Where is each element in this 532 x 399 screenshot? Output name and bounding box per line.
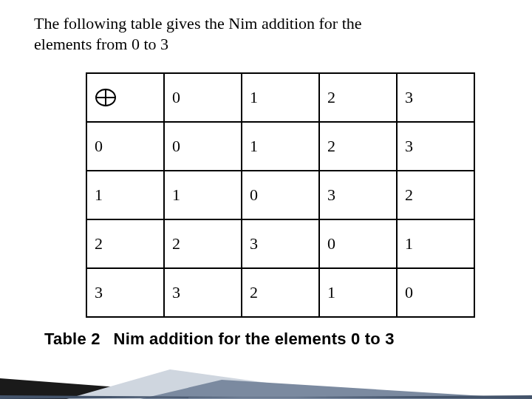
nim-addition-table: 0 1 2 3 0 0 1 2 3 1 1 0 3 2 2 2 3 0 1 3: [86, 72, 475, 318]
slide-decoration: [0, 355, 532, 399]
col-header: 2: [319, 73, 397, 122]
col-header: 1: [242, 73, 319, 122]
caption-label: Table 2: [44, 330, 100, 348]
row-header: 3: [86, 268, 164, 317]
caption-text: Nim addition for the elements 0 to 3: [114, 330, 395, 348]
table-cell: 0: [164, 122, 242, 171]
row-header: 1: [86, 171, 164, 219]
col-header: 3: [397, 73, 474, 122]
table-cell: 1: [164, 171, 242, 219]
row-header: 0: [86, 122, 164, 171]
svg-marker-6: [0, 395, 532, 399]
table-cell: 2: [319, 122, 397, 171]
table-row: 0 0 1 2 3: [86, 122, 474, 171]
table-caption: Table 2Nim addition for the elements 0 t…: [44, 330, 395, 349]
svg-marker-3: [0, 378, 273, 399]
intro-text: The following table gives the Nim additi…: [34, 13, 418, 54]
table-cell: 0: [319, 219, 397, 268]
row-header: 2: [86, 219, 164, 268]
table-cell: 2: [397, 171, 474, 219]
table-header-row: 0 1 2 3: [86, 73, 474, 122]
oplus-cell: [86, 73, 164, 122]
table-cell: 3: [319, 171, 397, 219]
table-cell: 1: [242, 122, 319, 171]
svg-marker-4: [66, 369, 384, 399]
col-header: 0: [164, 73, 242, 122]
table-cell: 2: [164, 219, 242, 268]
table-cell: 3: [164, 268, 242, 317]
table-cell: 0: [242, 171, 319, 219]
svg-marker-5: [140, 380, 532, 399]
table-cell: 3: [397, 122, 474, 171]
table-cell: 1: [319, 268, 397, 317]
table-cell: 3: [242, 219, 319, 268]
table-cell: 2: [242, 268, 319, 317]
table-row: 3 3 2 1 0: [86, 268, 474, 317]
table-row: 1 1 0 3 2: [86, 171, 474, 219]
oplus-icon: [95, 86, 117, 109]
table-row: 2 2 3 0 1: [86, 219, 474, 268]
table-cell: 1: [397, 219, 474, 268]
table-cell: 0: [397, 268, 474, 317]
